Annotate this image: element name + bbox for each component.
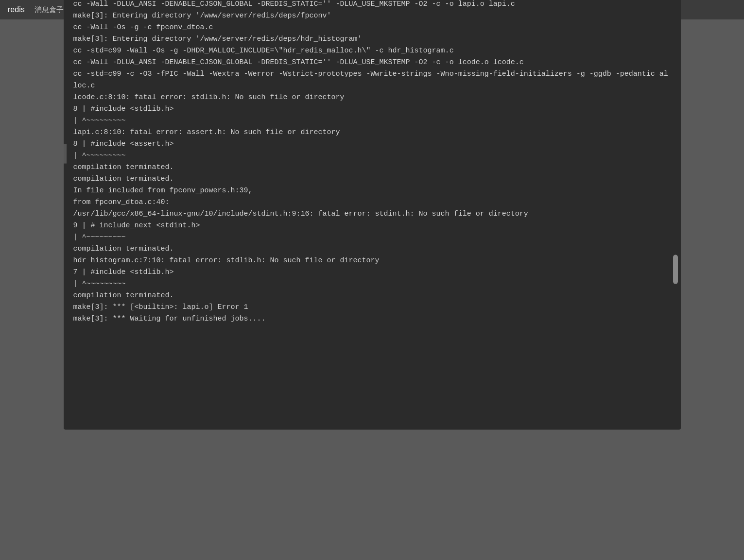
install-modal: 当前状态：安装redis-7.2已结束 ✕ cc -Wall -DLUA_ANS… <box>64 0 681 429</box>
messagebox-label: 消息盒子 <box>35 5 64 15</box>
scrollbar-thumb[interactable] <box>673 255 678 284</box>
terminal-output: cc -Wall -DLUA_ANSI -DENABLE_CJSON_GLOBA… <box>64 0 681 429</box>
terminal-text: cc -Wall -DLUA_ANSI -DENABLE_CJSON_GLOBA… <box>73 0 671 324</box>
redis-label: redis <box>8 5 25 14</box>
left-edge-decoration <box>64 144 67 163</box>
